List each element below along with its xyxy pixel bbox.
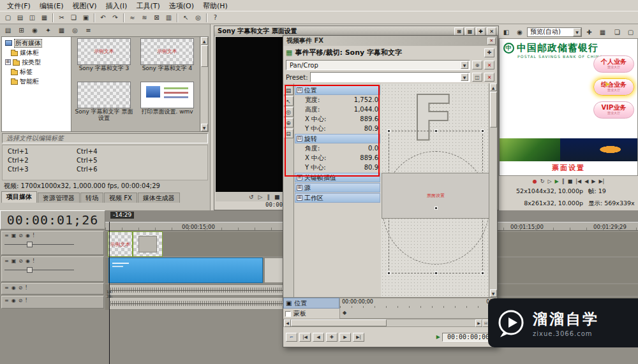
mute-icon[interactable]: ◉ bbox=[26, 233, 30, 238]
sync-cursor-icon[interactable]: ⌐ bbox=[286, 333, 297, 342]
go-to-end-icon[interactable]: ▶| bbox=[598, 178, 604, 184]
open-icon[interactable]: ▤ bbox=[14, 12, 26, 23]
new-bin-icon[interactable]: ▤ bbox=[2, 25, 14, 36]
solo-icon[interactable]: ! bbox=[33, 258, 34, 264]
close-icon[interactable]: ✕ bbox=[487, 38, 496, 45]
preview-quality-combo[interactable]: 预览(自动) ▼ bbox=[527, 27, 582, 37]
keyframe-ruler[interactable]: 00:00:00;00 00: ◆ bbox=[339, 298, 497, 319]
workspace-vscrollbar[interactable]: ▲ ▼ bbox=[489, 84, 497, 297]
play-icon[interactable]: ▶ bbox=[555, 178, 559, 184]
paste-icon[interactable]: ▣ bbox=[80, 12, 92, 23]
video-track-header[interactable]: ≡ ▣ ⊘ ◉ ! bbox=[1, 256, 104, 282]
zoom-tool-icon[interactable]: ◎ bbox=[192, 12, 204, 23]
resize-handle[interactable] bbox=[481, 129, 484, 133]
insert-menu[interactable]: 插入(I) bbox=[101, 0, 132, 11]
tab-explorer[interactable]: 资源管理器 bbox=[38, 193, 80, 203]
tab-media-generators[interactable]: 媒体生成器 bbox=[138, 193, 180, 203]
scrollbar-thumb[interactable] bbox=[201, 45, 208, 67]
scrollbar-thumb[interactable] bbox=[291, 319, 387, 326]
track-menu-icon[interactable]: ≡ bbox=[4, 233, 9, 238]
prev-frame-icon[interactable]: ◀ bbox=[584, 178, 588, 184]
video-settings-icon[interactable]: ✚ bbox=[583, 27, 595, 38]
bypass-motion-blur-icon[interactable]: ⊘ bbox=[19, 233, 23, 238]
auto-ripple-icon[interactable]: ≋ bbox=[138, 12, 151, 23]
next-frame-icon[interactable]: ▶ bbox=[591, 178, 595, 184]
tree-item-tags[interactable]: 标签 bbox=[2, 67, 71, 76]
lock-envelopes-icon[interactable]: ⊠ bbox=[151, 12, 163, 23]
external-monitor-icon[interactable]: ▢ bbox=[625, 27, 637, 38]
solo-icon[interactable]: ! bbox=[33, 233, 34, 238]
undo-icon[interactable]: ↶ bbox=[97, 12, 109, 23]
position-keyframe-row[interactable]: ▣ 位置 bbox=[283, 298, 339, 309]
redo-icon[interactable]: ↷ bbox=[109, 12, 121, 23]
preset-combo[interactable]: ▼ bbox=[310, 72, 470, 82]
resize-handle[interactable] bbox=[387, 129, 390, 133]
properties-icon[interactable]: ▦ bbox=[38, 12, 50, 23]
track-fx-icon[interactable]: ▣ bbox=[11, 258, 17, 264]
expander-icon[interactable]: ⊞ bbox=[5, 59, 11, 65]
audio-track-header[interactable]: ≡ ◉ ⊘ ! bbox=[1, 296, 104, 309]
scroll-right-icon[interactable]: ▶ bbox=[475, 319, 482, 327]
media-item[interactable]: 示例文本 Sony 字幕和文字 3 bbox=[73, 38, 135, 81]
new-project-icon[interactable]: ▢ bbox=[2, 12, 14, 23]
source-section-header[interactable]: ⊞ 源 bbox=[295, 183, 380, 193]
pan-crop-plugin-chip[interactable]: Pan/Crop ▼ bbox=[286, 60, 470, 70]
resize-handle[interactable] bbox=[387, 272, 390, 275]
help-menu[interactable]: 帮助(H) bbox=[198, 0, 232, 11]
crop-frame[interactable]: 票面设置 bbox=[382, 173, 489, 219]
resize-handle[interactable] bbox=[434, 129, 438, 133]
edit-menu[interactable]: 编辑(E) bbox=[35, 0, 68, 11]
tree-item-all-media[interactable]: 所有媒体 bbox=[2, 38, 71, 48]
video-event[interactable]: 示例文本 bbox=[108, 232, 132, 256]
tree-item-smart-bins[interactable]: 智能柜 bbox=[2, 76, 71, 86]
tab-project-media[interactable]: 项目媒体 bbox=[1, 191, 37, 203]
chevron-down-icon[interactable]: ▼ bbox=[461, 73, 468, 81]
stop-icon[interactable]: ■ bbox=[274, 194, 280, 200]
pause-icon[interactable]: ‖ bbox=[562, 178, 565, 184]
dialog-title-bar[interactable]: 视频事件 FX ✕ bbox=[283, 36, 497, 46]
generated-media-event[interactable] bbox=[108, 258, 263, 283]
center-handle[interactable] bbox=[434, 207, 438, 210]
go-to-start-icon[interactable]: |◀ bbox=[575, 178, 581, 184]
track-level-slider[interactable] bbox=[4, 267, 74, 273]
expand-icon[interactable]: ⊞ bbox=[297, 185, 302, 191]
media-item[interactable]: Sony 字幕和文字 票面设置 bbox=[73, 82, 135, 131]
media-item[interactable]: 示例文本 Sony 字幕和文字 4 bbox=[136, 38, 198, 81]
chevron-down-icon[interactable]: ▼ bbox=[461, 61, 468, 69]
snapping-icon[interactable]: ≈ bbox=[126, 12, 138, 23]
play-from-start-icon[interactable]: ▷ bbox=[547, 178, 551, 184]
stop-icon[interactable]: ■ bbox=[568, 178, 573, 184]
close-icon[interactable]: ✕ bbox=[487, 27, 496, 36]
resize-handle[interactable] bbox=[481, 272, 484, 275]
scroll-down-icon[interactable]: ▼ bbox=[201, 124, 208, 131]
chevron-down-icon[interactable]: ▼ bbox=[573, 28, 581, 36]
grid-overlay-icon[interactable]: ▦ bbox=[597, 27, 609, 38]
bypass-motion-blur-icon[interactable]: ⊘ bbox=[19, 258, 23, 264]
mute-icon[interactable]: ◉ bbox=[26, 258, 30, 264]
import-media-icon[interactable]: ⊞ bbox=[15, 25, 27, 36]
solo-icon[interactable]: ! bbox=[25, 298, 27, 303]
tab-transitions[interactable]: 转场 bbox=[80, 193, 103, 203]
help-icon[interactable]: ? bbox=[209, 12, 221, 23]
video-event[interactable] bbox=[133, 232, 162, 256]
tree-item-media-bins[interactable]: 媒体柜 bbox=[2, 48, 71, 57]
mute-icon[interactable]: ◉ bbox=[11, 298, 16, 303]
track-menu-icon[interactable]: ≡ bbox=[4, 285, 9, 291]
next-keyframe-icon[interactable]: ▶ bbox=[339, 333, 351, 342]
play-icon[interactable]: ▷ bbox=[258, 194, 263, 200]
extract-audio-icon[interactable]: ▦ bbox=[56, 25, 68, 36]
save-preset-icon[interactable]: ◫ bbox=[472, 73, 482, 82]
view-menu[interactable]: 视图(V) bbox=[68, 0, 101, 11]
capture-video-icon[interactable]: ◉ bbox=[29, 25, 41, 36]
copy-snapshot-icon[interactable]: ❏ bbox=[611, 27, 623, 38]
scroll-up-icon[interactable]: ▲ bbox=[490, 84, 497, 91]
slider-thumb[interactable] bbox=[27, 242, 33, 247]
normal-edit-tool-icon[interactable]: ↖ bbox=[180, 12, 192, 23]
last-keyframe-icon[interactable]: ▶| bbox=[353, 333, 364, 342]
track-level-slider[interactable] bbox=[4, 242, 74, 247]
bypass-fx-icon[interactable]: ⊘ bbox=[19, 285, 23, 291]
keyframe-diamond-icon[interactable]: ◆ bbox=[343, 310, 346, 316]
cut-icon[interactable]: ✂ bbox=[56, 12, 68, 23]
solo-icon[interactable]: ! bbox=[25, 285, 27, 291]
add-plugin-icon[interactable]: ✚ bbox=[484, 48, 494, 57]
